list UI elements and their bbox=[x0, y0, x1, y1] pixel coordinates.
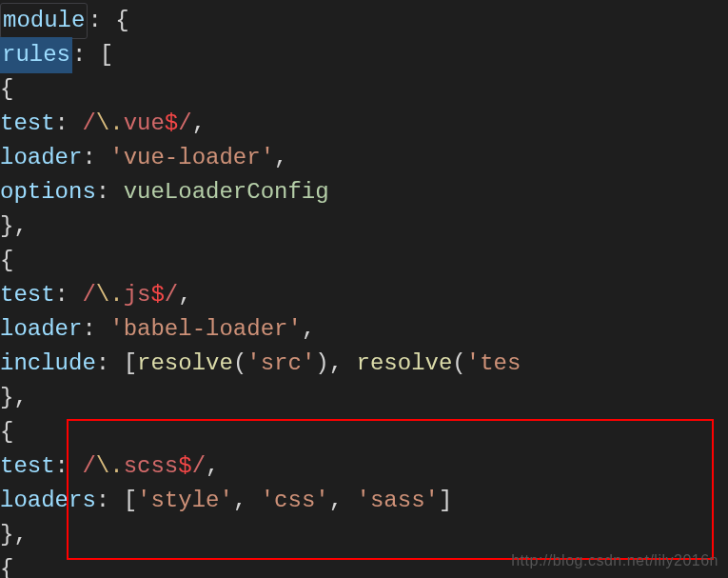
code-line: test: /\.scss$/, bbox=[0, 449, 728, 484]
code-line: rules: [ bbox=[0, 38, 728, 72]
property-test: test bbox=[0, 449, 55, 484]
property-include: include bbox=[0, 347, 96, 381]
function-resolve: resolve bbox=[137, 347, 233, 381]
property-loader: loader bbox=[0, 141, 82, 175]
property-test: test bbox=[0, 278, 55, 312]
variable-vueLoaderConfig: vueLoaderConfig bbox=[124, 175, 329, 209]
property-options: options bbox=[0, 175, 96, 209]
watermark-text: http://blog.csdn.net/lily2016n bbox=[511, 549, 718, 572]
property-rules: rules bbox=[0, 37, 72, 73]
property-loader: loader bbox=[0, 312, 82, 347]
code-line: options: vueLoaderConfig bbox=[0, 175, 728, 209]
code-line: module: { bbox=[0, 4, 728, 38]
code-line: loader: 'vue-loader', bbox=[0, 141, 728, 175]
property-loaders: loaders bbox=[0, 484, 96, 518]
code-line: test: /\.js$/, bbox=[0, 278, 728, 312]
code-line: include: [resolve('src'), resolve('tes bbox=[0, 347, 728, 381]
code-line: loader: 'babel-loader', bbox=[0, 312, 728, 347]
code-line: { bbox=[0, 415, 728, 449]
code-line: loaders: ['style', 'css', 'sass'] bbox=[0, 484, 728, 518]
code-line: test: /\.vue$/, bbox=[0, 107, 728, 141]
property-module: module bbox=[0, 3, 88, 39]
code-line: { bbox=[0, 72, 728, 107]
code-line: }, bbox=[0, 518, 728, 552]
property-test: test bbox=[0, 107, 55, 141]
code-editor[interactable]: module: { rules: [ { test: /\.vue$/, loa… bbox=[0, 4, 728, 578]
code-line: }, bbox=[0, 381, 728, 415]
code-line: }, bbox=[0, 209, 728, 244]
function-resolve: resolve bbox=[357, 347, 453, 381]
code-line: { bbox=[0, 244, 728, 278]
